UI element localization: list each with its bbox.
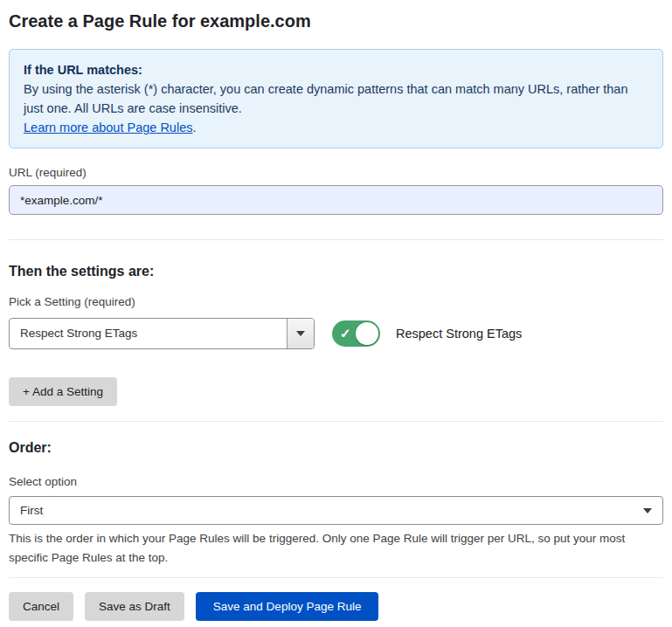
order-select-label: Select option [9,475,663,488]
divider [9,239,663,240]
info-body: By using the asterisk (*) character, you… [24,79,648,118]
divider [9,421,663,422]
setting-dropdown-button[interactable] [287,319,314,348]
chevron-down-icon [643,508,652,513]
url-input[interactable] [9,185,663,215]
setting-select-value: Respect Strong ETags [10,319,287,348]
order-select[interactable]: First [9,496,663,525]
footer-buttons: Cancel Save as Draft Save and Deploy Pag… [9,592,663,621]
page-rule-form: Create a Page Rule for example.com If th… [0,0,672,621]
info-link-line: Learn more about Page Rules. [24,118,648,137]
order-help-text: This is the order in which your Page Rul… [9,529,663,568]
divider [9,577,663,578]
link-period: . [192,121,196,134]
page-rules-link[interactable]: Learn more about Page Rules [24,121,192,134]
setting-row: Respect Strong ETags ✓ Respect Strong ET… [9,318,663,349]
pick-setting-label: Pick a Setting (required) [9,295,663,308]
save-draft-button[interactable]: Save as Draft [85,592,184,621]
url-label: URL (required) [9,166,663,179]
setting-select[interactable]: Respect Strong ETags [9,318,315,349]
toggle-knob [356,322,378,345]
info-box: If the URL matches: By using the asteris… [9,49,663,148]
deploy-button[interactable]: Save and Deploy Page Rule [196,592,379,621]
order-heading: Order: [9,439,663,456]
add-setting-button[interactable]: + Add a Setting [9,377,117,406]
etags-toggle[interactable]: ✓ [332,320,380,347]
settings-heading: Then the settings are: [9,263,663,279]
order-select-value: First [20,504,43,517]
cancel-button[interactable]: Cancel [9,592,73,621]
info-heading: If the URL matches: [24,60,648,79]
check-icon: ✓ [340,325,351,342]
page-title: Create a Page Rule for example.com [9,10,663,31]
toggle-label: Respect Strong ETags [396,327,522,341]
chevron-down-icon [296,331,305,336]
